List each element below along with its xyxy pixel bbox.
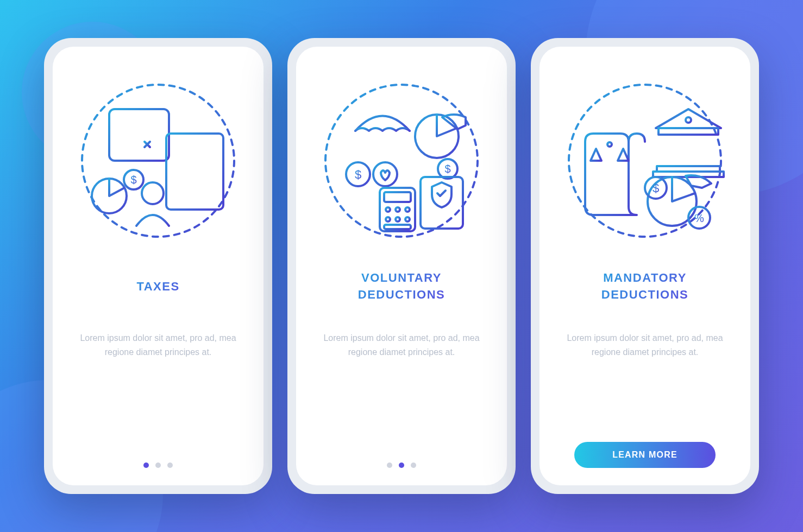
svg-text:$: $ — [653, 181, 659, 195]
screen-title: TAXES — [136, 269, 179, 304]
pagination-dots — [387, 463, 416, 472]
phone-mockup: $ $ — [287, 38, 516, 494]
onboarding-screen: $ $ — [296, 47, 507, 485]
svg-point-39 — [386, 207, 390, 212]
svg-text:$: $ — [355, 168, 361, 181]
dot[interactable] — [143, 463, 149, 468]
svg-point-36 — [373, 162, 397, 186]
screen-description: Lorem ipsum dolor sit amet, pro ad, mea … — [315, 331, 488, 359]
svg-point-44 — [405, 217, 410, 221]
dot[interactable] — [387, 463, 392, 468]
screen-title: MANDATORY DEDUCTIONS — [601, 269, 688, 304]
phone-mockup: $ % MANDATORY DEDUCTIONS Lorem ipsum dol… — [531, 38, 759, 494]
svg-rect-45 — [384, 225, 411, 229]
screen-description: Lorem ipsum dolor sit amet, pro ad, mea … — [558, 331, 732, 359]
voluntary-deductions-icon: $ $ — [320, 79, 483, 242]
svg-point-40 — [396, 207, 400, 212]
screen-description: Lorem ipsum dolor sit amet, pro ad, mea … — [71, 331, 245, 359]
learn-more-button[interactable]: LEARN MORE — [574, 442, 716, 468]
taxes-icon: $ — [77, 79, 240, 242]
svg-point-43 — [396, 217, 400, 221]
pagination-dots — [143, 463, 173, 472]
phone-row: $ TAXES Lorem ipsum dolor sit amet, pro … — [44, 38, 759, 494]
screen-title: VOLUNTARY DEDUCTIONS — [358, 269, 445, 304]
svg-rect-46 — [421, 177, 463, 229]
dot[interactable] — [399, 463, 404, 468]
onboarding-screen: $ TAXES Lorem ipsum dolor sit amet, pro … — [53, 47, 264, 485]
svg-text:$: $ — [130, 174, 136, 186]
onboarding-screen: $ % MANDATORY DEDUCTIONS Lorem ipsum dol… — [539, 47, 750, 485]
svg-point-26 — [142, 182, 164, 204]
svg-rect-1 — [109, 109, 169, 161]
svg-point-51 — [686, 117, 691, 123]
dot[interactable] — [167, 463, 173, 468]
svg-text:$: $ — [444, 163, 450, 175]
phone-mockup: $ TAXES Lorem ipsum dolor sit amet, pro … — [44, 38, 272, 494]
svg-text:%: % — [694, 212, 704, 224]
mandatory-deductions-icon: $ % — [563, 79, 726, 242]
dot[interactable] — [155, 463, 161, 468]
svg-point-42 — [386, 217, 390, 221]
svg-point-41 — [405, 207, 410, 212]
svg-rect-15 — [166, 134, 223, 210]
dot[interactable] — [411, 463, 416, 468]
svg-rect-38 — [384, 192, 411, 202]
